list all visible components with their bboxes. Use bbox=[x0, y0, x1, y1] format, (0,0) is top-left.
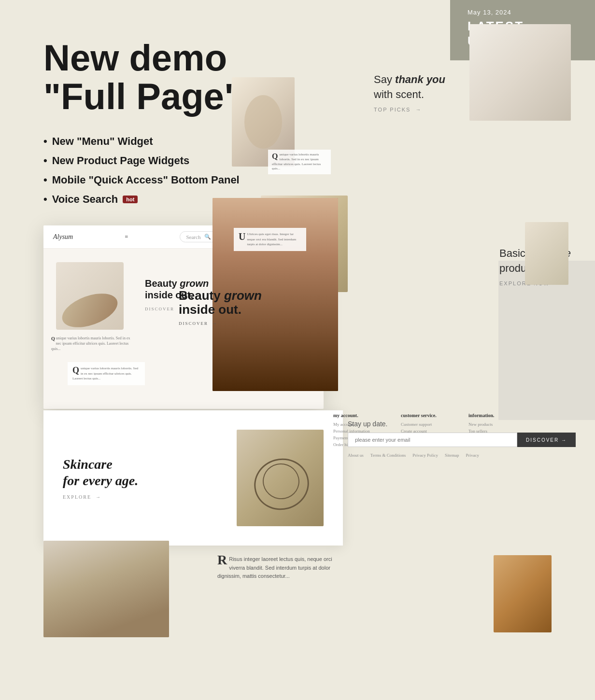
footer-link-sitemap[interactable]: Sitemap bbox=[445, 453, 459, 458]
toiletries-photo bbox=[469, 24, 571, 121]
discover-link[interactable]: DISCOVER → bbox=[179, 321, 262, 326]
voice-search-label: Voice Search bbox=[52, 193, 118, 206]
bottom-right-photo bbox=[494, 555, 552, 632]
demo-left-caption: Q unique varius lobortis mauris lobortis… bbox=[51, 336, 132, 352]
heading-line1: New demo "Full Page" bbox=[43, 39, 241, 116]
footer-links: About us Terms & Conditions Privacy Poli… bbox=[348, 453, 576, 458]
bottom-caption-text: R Risus integer laoreet lectus quis, neq… bbox=[217, 555, 333, 581]
thank-you-text: Say thank youwith scent. bbox=[374, 72, 445, 102]
serum-caption: U Ultrices quis eget risus. Integer lar … bbox=[234, 228, 306, 251]
search-icon: 🔍 bbox=[204, 234, 211, 240]
caption-u1-text: Ultrices quis eget risus. Integer lar ne… bbox=[247, 232, 301, 247]
beauty-overlay: Beauty growninside out. DISCOVER → bbox=[179, 289, 262, 326]
newsletter-button[interactable]: DISCOVER → bbox=[517, 433, 576, 447]
skincare-title: Skincarefor every age. bbox=[63, 456, 222, 489]
footer-link-privacy[interactable]: Privacy Policy bbox=[412, 453, 438, 458]
footer-link-priv2[interactable]: Privacy bbox=[466, 453, 479, 458]
stay-text: Stay up date. bbox=[348, 420, 576, 428]
feature-list: New "Menu" Widget New Product Page Widge… bbox=[43, 135, 240, 212]
demo-hamburger: ≡ bbox=[125, 233, 128, 240]
feature-menu-widget: New "Menu" Widget bbox=[43, 135, 240, 148]
feature-voice-search: Voice Search hot bbox=[43, 193, 240, 206]
top-picks-link[interactable]: TOP PICKS → bbox=[374, 106, 445, 113]
badge-date: May 13, 2024 bbox=[468, 9, 578, 16]
footer-link-about[interactable]: About us bbox=[348, 453, 364, 458]
explore-link[interactable]: EXPLORE → bbox=[63, 494, 222, 500]
cream-photo bbox=[525, 222, 568, 285]
demo-product-image bbox=[56, 262, 124, 330]
thank-you-section: Say thank youwith scent. TOP PICKS → bbox=[374, 72, 445, 113]
newsletter-input[interactable] bbox=[348, 433, 517, 447]
feature-quick-access: Mobile "Quick Access" Bottom Panel bbox=[43, 174, 240, 186]
hot-badge: hot bbox=[123, 196, 138, 203]
left-caption: Q unique varius lobortis mauris lobortis… bbox=[68, 362, 145, 385]
bottom-right-caption: R Risus integer laoreet lectus quis, neq… bbox=[217, 555, 333, 581]
left-caption-text: unique varius lobortis mauris lobortis. … bbox=[72, 366, 140, 381]
feature-product-page: New Product Page Widgets bbox=[43, 154, 240, 167]
newsletter-row: DISCOVER → bbox=[348, 433, 576, 447]
bottom-newsletter: Stay up date. DISCOVER → About us Terms … bbox=[328, 406, 595, 472]
search-text: Search bbox=[186, 234, 200, 240]
caption-q2-text: unique varius lobortis mauris lobortis. … bbox=[272, 153, 327, 171]
demo-brand: Alysum bbox=[53, 233, 73, 241]
glasses-photo bbox=[237, 430, 324, 526]
beauty-heading: Beauty growninside out. bbox=[179, 289, 262, 316]
main-heading: New demo "Full Page" bbox=[43, 39, 241, 116]
footer-link-terms[interactable]: Terms & Conditions bbox=[370, 453, 406, 458]
bottom-demo-section: Skincarefor every age. EXPLORE → bbox=[43, 410, 343, 546]
bottom-left-photo bbox=[43, 541, 169, 637]
bottom-demo-text: Skincarefor every age. EXPLORE → bbox=[63, 456, 222, 500]
top-caption: Q unique varius lobortis mauris lobortis… bbox=[268, 150, 331, 174]
